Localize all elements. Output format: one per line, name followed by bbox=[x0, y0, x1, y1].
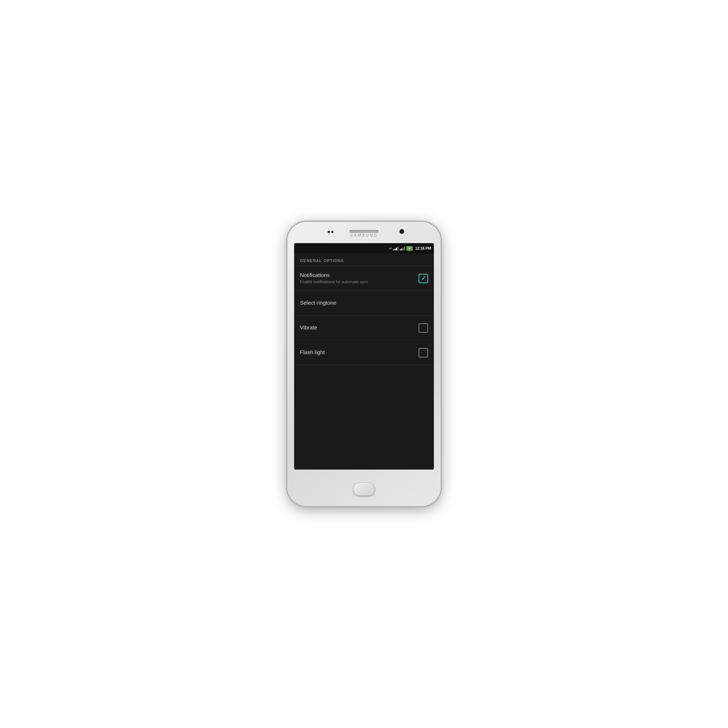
sensor-left bbox=[327, 231, 330, 233]
vibrate-checkbox[interactable] bbox=[419, 323, 428, 333]
vibrate-title: Vibrate bbox=[300, 324, 419, 330]
samsung-logo: SAMSUNG bbox=[350, 233, 378, 237]
settings-content: GENERAL OPTIONS Notifications Enable not… bbox=[294, 253, 434, 365]
notifications-checkbox[interactable] bbox=[419, 274, 428, 283]
time-display: 12:16 PM bbox=[415, 246, 431, 251]
ringtone-setting-item[interactable]: Select ringtone bbox=[294, 291, 434, 316]
notifications-title: Notifications bbox=[300, 272, 419, 278]
battery-icon: ⚡ bbox=[406, 246, 413, 251]
ringtone-text: Select ringtone bbox=[300, 300, 428, 307]
status-icons: H ⚡ bbox=[390, 246, 431, 251]
flashlight-text: Flash light bbox=[300, 349, 419, 356]
sensor-right bbox=[331, 231, 333, 233]
speaker-grille bbox=[349, 230, 379, 233]
signal-bars2-icon bbox=[400, 246, 405, 251]
phone-device: SAMSUNG H bbox=[288, 222, 440, 506]
home-button[interactable] bbox=[353, 483, 375, 496]
section-header: GENERAL OPTIONS bbox=[294, 253, 434, 266]
signal-bars-icon bbox=[393, 246, 399, 251]
notifications-subtitle: Enable notifications for automatic sync bbox=[300, 279, 419, 284]
flashlight-checkbox[interactable] bbox=[419, 348, 428, 358]
h-signal-icon: H bbox=[390, 247, 392, 250]
phone-screen: H ⚡ bbox=[294, 243, 434, 470]
ringtone-title: Select ringtone bbox=[300, 300, 428, 306]
flashlight-setting-item[interactable]: Flash light bbox=[294, 340, 434, 365]
phone-shell: SAMSUNG H bbox=[288, 222, 440, 506]
notifications-text: Notifications Enable notifications for a… bbox=[300, 272, 419, 284]
flashlight-title: Flash light bbox=[300, 349, 419, 355]
status-bar: H ⚡ bbox=[294, 243, 434, 253]
notifications-setting-item[interactable]: Notifications Enable notifications for a… bbox=[294, 266, 434, 291]
front-camera bbox=[400, 229, 404, 234]
vibrate-text: Vibrate bbox=[300, 324, 419, 332]
vibrate-setting-item[interactable]: Vibrate bbox=[294, 316, 434, 340]
